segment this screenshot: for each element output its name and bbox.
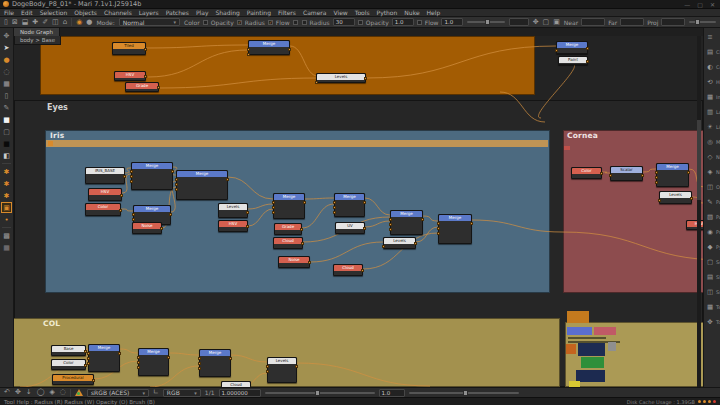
mirror-icon[interactable]: ✥ (533, 18, 539, 27)
menu-objects[interactable]: Objects (74, 9, 97, 16)
menu-channels[interactable]: Channels (104, 9, 132, 16)
checkbox-opacity[interactable] (237, 20, 242, 25)
graph-node-paint[interactable]: Paint (558, 56, 588, 65)
output-port[interactable] (92, 379, 95, 382)
projection-target-icon[interactable]: ◉ (76, 18, 82, 27)
menu-view[interactable]: View (334, 9, 348, 16)
input-port[interactable] (333, 211, 336, 214)
graph-node-merge[interactable]: Merge (88, 344, 120, 372)
input-port[interactable] (382, 245, 385, 248)
output-port[interactable] (123, 175, 126, 178)
dock-lights[interactable]: ☀Lights (704, 119, 720, 134)
menu-file[interactable]: File (4, 9, 14, 16)
input-port[interactable] (658, 199, 661, 202)
output-port[interactable] (586, 47, 589, 50)
input-port[interactable] (272, 206, 275, 209)
output-port[interactable] (144, 48, 147, 51)
dock-layers[interactable]: ▥Layers (704, 104, 720, 119)
gain-field[interactable]: 1.000000 (219, 389, 261, 397)
input-port[interactable] (266, 365, 269, 368)
clip-field-far[interactable] (620, 18, 644, 26)
dock-image-manager[interactable]: ▦Image Manager (704, 89, 720, 104)
checkbox-flow[interactable] (293, 20, 298, 25)
active-brush[interactable]: ▣ (1, 202, 12, 213)
graph-node-procedural[interactable]: Procedural (52, 374, 94, 385)
output-port[interactable] (288, 48, 291, 51)
output-port[interactable] (641, 174, 644, 177)
output-port[interactable] (169, 213, 172, 216)
checkbox-color[interactable] (203, 20, 208, 25)
menu-play[interactable]: Play (196, 9, 209, 16)
graph-node-color[interactable]: Color (85, 203, 121, 216)
circle-icon[interactable]: ◯ (37, 388, 45, 397)
dock-painting[interactable]: ✎Painting (704, 194, 720, 209)
graph-node-levels[interactable]: Levels (383, 237, 416, 249)
maximize-button[interactable]: ▢ (697, 1, 703, 8)
output-port[interactable] (157, 86, 160, 89)
toolbar-extra-field[interactable] (509, 18, 529, 26)
toggle-radius[interactable] (302, 20, 307, 25)
output-port[interactable] (229, 357, 232, 360)
graph-node-merge[interactable]: Merge (438, 214, 472, 244)
field-opacity[interactable]: 1.0 (392, 18, 414, 26)
graph-node-tiled[interactable]: Tiled (112, 42, 146, 55)
clip-field-near[interactable] (581, 18, 605, 26)
input-port[interactable] (333, 206, 336, 209)
dock-projectors[interactable]: ◉Projectors (704, 224, 720, 239)
gain-slider[interactable] (265, 392, 375, 394)
graph-node-merge[interactable]: Merge (556, 41, 588, 54)
input-port[interactable] (437, 222, 440, 225)
paint-brush-icon[interactable]: ✐ (42, 18, 48, 27)
graph-node-merge[interactable]: Merge (334, 193, 365, 217)
input-port[interactable] (175, 188, 178, 191)
output-port[interactable] (361, 269, 364, 272)
pan-tool[interactable]: ✥ (1, 30, 12, 41)
bake-icon[interactable]: ▣ (553, 18, 560, 27)
dock-python[interactable]: ◆Python (704, 239, 720, 254)
input-port[interactable] (389, 218, 392, 221)
input-port[interactable] (315, 81, 318, 84)
output-port[interactable] (120, 194, 123, 197)
graph-node-levels[interactable]: Levels (218, 203, 248, 218)
input-port[interactable] (389, 228, 392, 231)
input-port[interactable] (655, 181, 658, 184)
menu-tools[interactable]: Tools (355, 9, 370, 16)
diamond-icon[interactable]: ◈ (49, 388, 54, 397)
graph-node-cloud[interactable]: Cloud (221, 381, 251, 387)
output-port[interactable] (295, 365, 298, 368)
colorspace-select[interactable]: sRGB (ACES)▾ (87, 389, 149, 397)
dock-shelf[interactable]: ▤Shelf (704, 269, 720, 284)
input-port[interactable] (247, 53, 250, 56)
input-port[interactable] (130, 180, 133, 183)
graph-node-hsv[interactable]: HSV (218, 220, 248, 232)
download-icon[interactable]: ↓ (26, 388, 32, 397)
menu-shading[interactable]: Shading (215, 9, 239, 16)
swap-swatch[interactable]: ▢ (1, 126, 12, 137)
input-port[interactable] (87, 352, 90, 355)
close-project-icon[interactable]: ⊠ (12, 18, 18, 27)
clip-field-proj[interactable] (661, 18, 685, 26)
input-port[interactable] (87, 362, 90, 365)
transform-icon[interactable]: ✥ (15, 388, 21, 397)
brush-preset-2[interactable]: ✱ (1, 178, 12, 189)
graph-node-noise[interactable]: Noise (278, 256, 310, 268)
dock-menu[interactable]: ≡ (704, 29, 720, 44)
clip-slider[interactable] (689, 21, 716, 23)
checkbox-radius[interactable] (268, 20, 273, 25)
paint-tool[interactable]: ● (1, 54, 12, 65)
foreground-swatch[interactable]: ■ (1, 114, 12, 125)
breadcrumb[interactable]: body > Base (14, 36, 61, 45)
dock-tool-properties[interactable]: ✥Tool Properties (704, 314, 720, 329)
dock-modo-render[interactable]: ◎Modo Render (704, 134, 720, 149)
slice-tool[interactable]: ▯ (1, 90, 12, 101)
toggle-flow[interactable] (417, 20, 422, 25)
output-port[interactable] (144, 75, 147, 78)
background-swatch[interactable]: ■ (1, 138, 12, 149)
input-port[interactable] (272, 201, 275, 204)
output-port[interactable] (246, 211, 249, 214)
output-port[interactable] (363, 201, 366, 204)
output-port[interactable] (226, 178, 229, 181)
graph-node-grade[interactable]: Grade (274, 223, 302, 235)
buffer-icon[interactable]: ▢ (543, 18, 550, 27)
graph-node-grade[interactable]: Grade (125, 82, 159, 92)
